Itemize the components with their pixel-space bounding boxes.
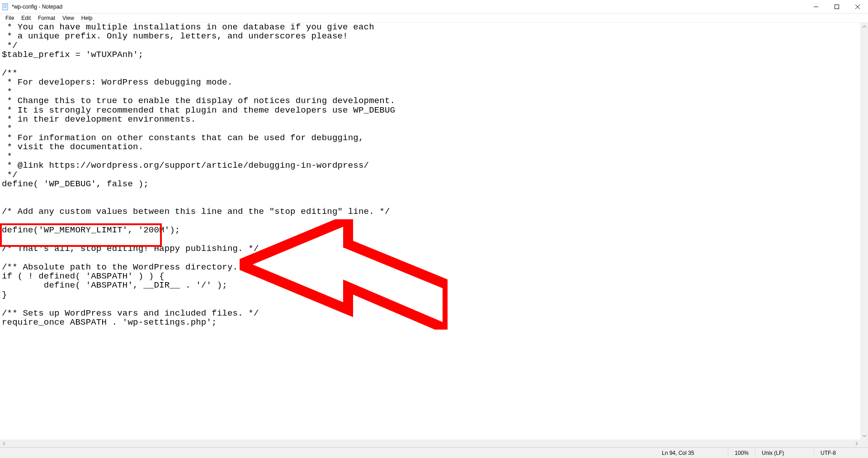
code-line[interactable]: * For information on other constants tha…	[2, 133, 364, 143]
code-line[interactable]: * You can have multiple installations in…	[2, 23, 374, 32]
vertical-scroll-track[interactable]	[860, 30, 868, 432]
titlebar: *wp-config - Notepad	[0, 0, 868, 14]
menu-view[interactable]: View	[59, 14, 78, 22]
minimize-button[interactable]	[806, 0, 826, 13]
code-line[interactable]: * It is strongly recommended that plugin…	[2, 105, 395, 115]
status-line-ending: Unix (LF)	[755, 448, 814, 458]
code-line[interactable]: * @link https://wordpress.org/support/ar…	[2, 161, 369, 170]
code-line[interactable]: * a unique prefix. Only numbers, letters…	[2, 31, 348, 41]
maximize-button[interactable]	[826, 0, 847, 13]
code-line[interactable]: * in their development environments.	[2, 114, 196, 124]
editor-area: * You can have multiple installations in…	[0, 23, 868, 447]
code-line[interactable]: }	[2, 290, 7, 300]
window-title: *wp-config - Notepad	[12, 4, 62, 10]
code-line[interactable]: /* That's all, stop editing! Happy publi…	[2, 244, 259, 254]
code-line[interactable]: require_once ABSPATH . 'wp-settings.php'…	[2, 317, 217, 327]
menu-format[interactable]: Format	[34, 14, 59, 22]
status-zoom: 100%	[728, 448, 755, 458]
notepad-icon	[2, 3, 9, 10]
code-line[interactable]: *	[2, 151, 12, 161]
scroll-corner	[860, 439, 868, 447]
status-caret-position: Ln 94, Col 35	[656, 448, 728, 458]
vertical-scrollbar[interactable]	[860, 23, 868, 439]
code-line[interactable]: /** Sets up WordPress vars and included …	[2, 308, 259, 318]
text-editor[interactable]: * You can have multiple installations in…	[0, 23, 860, 439]
code-line[interactable]: define( 'ABSPATH', __DIR__ . '/' );	[2, 280, 227, 290]
code-line[interactable]: */	[2, 170, 18, 180]
code-line[interactable]: *	[2, 123, 12, 133]
code-line[interactable]: define('WP_MEMORY_LIMIT', '200M');	[2, 225, 180, 235]
scroll-left-icon[interactable]	[0, 439, 8, 447]
window-controls	[806, 0, 868, 13]
code-line[interactable]: * For developers: WordPress debugging mo…	[2, 77, 232, 87]
menu-help[interactable]: Help	[78, 14, 96, 22]
horizontal-scrollbar[interactable]	[0, 439, 860, 447]
horizontal-scroll-track[interactable]	[8, 439, 853, 447]
code-line[interactable]: */	[2, 41, 18, 51]
code-line[interactable]: * visit the documentation.	[2, 142, 143, 152]
code-line[interactable]: define( 'WP_DEBUG', false );	[2, 179, 149, 189]
scroll-down-icon[interactable]	[860, 432, 868, 439]
statusbar: Ln 94, Col 35 100% Unix (LF) UTF-8	[0, 447, 868, 458]
svg-rect-5	[835, 5, 839, 9]
editor-content[interactable]: * You can have multiple installations in…	[0, 23, 860, 327]
menu-edit[interactable]: Edit	[18, 14, 34, 22]
menubar: File Edit Format View Help	[0, 14, 868, 23]
svg-rect-0	[3, 4, 8, 10]
scroll-right-icon[interactable]	[853, 439, 860, 447]
scroll-up-icon[interactable]	[860, 23, 868, 30]
menu-file[interactable]: File	[2, 14, 18, 22]
close-button[interactable]	[847, 0, 868, 13]
code-line[interactable]: /** Absolute path to the WordPress direc…	[2, 262, 254, 272]
code-line[interactable]: /**	[2, 68, 18, 78]
code-line[interactable]: /* Add any custom values between this li…	[2, 207, 390, 217]
code-line[interactable]: * Change this to true to enable the disp…	[2, 96, 395, 106]
code-line[interactable]: if ( ! defined( 'ABSPATH' ) ) {	[2, 271, 165, 281]
status-encoding: UTF-8	[814, 448, 868, 458]
code-line[interactable]: *	[2, 87, 12, 97]
code-line[interactable]: $table_prefix = 'wTUXPAnh';	[2, 50, 143, 60]
